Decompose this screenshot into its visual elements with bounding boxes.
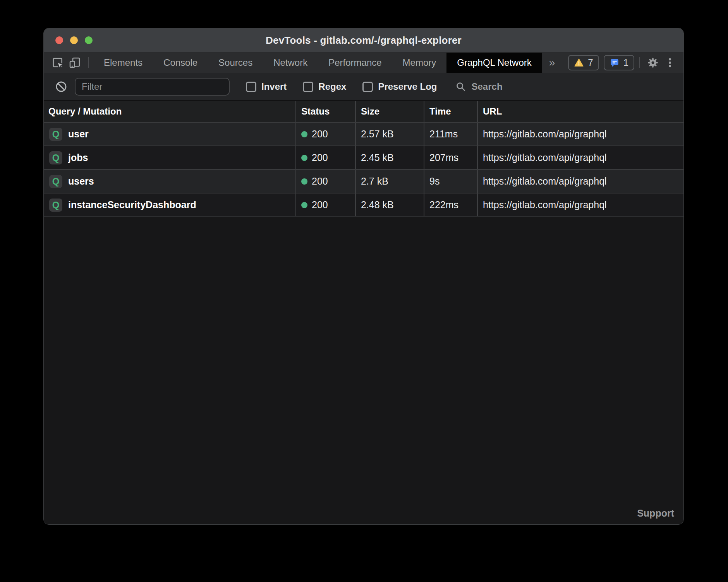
status-code: 200 xyxy=(312,176,328,187)
query-type-badge: Q xyxy=(49,151,62,164)
request-time: 9s xyxy=(424,170,478,193)
filter-toolbar: Invert Regex Preserve Log Search xyxy=(44,73,683,100)
preserve-log-checkbox-group: Preserve Log xyxy=(362,81,437,92)
tab-performance[interactable]: Performance xyxy=(318,53,392,73)
badge-divider xyxy=(639,57,640,68)
regex-checkbox[interactable] xyxy=(303,82,313,92)
close-button[interactable] xyxy=(55,36,63,44)
block-icon xyxy=(55,80,67,93)
request-url: https://gitlab.com/api/graphql xyxy=(478,146,683,169)
message-icon xyxy=(610,58,620,68)
device-toolbar-button[interactable] xyxy=(67,55,82,70)
table-row[interactable]: Q user 200 2.57 kB 211ms https://gitlab.… xyxy=(44,123,683,146)
filter-input[interactable] xyxy=(75,78,230,96)
tab-network[interactable]: Network xyxy=(263,53,318,73)
preserve-log-label: Preserve Log xyxy=(378,81,437,92)
search-control[interactable]: Search xyxy=(455,81,502,92)
inspect-icon xyxy=(51,56,64,69)
tab-graphql-network[interactable]: GraphQL Network xyxy=(446,53,542,73)
inspect-element-button[interactable] xyxy=(50,55,65,70)
request-time: 211ms xyxy=(424,123,478,146)
more-tabs-button[interactable]: » xyxy=(542,56,562,69)
tab-console[interactable]: Console xyxy=(153,53,208,73)
toolbar-divider xyxy=(88,57,89,68)
request-size: 2.57 kB xyxy=(356,123,424,146)
request-size: 2.48 kB xyxy=(356,193,424,216)
request-url: https://gitlab.com/api/graphql xyxy=(478,193,683,216)
status-code: 200 xyxy=(312,199,328,211)
invert-checkbox-group: Invert xyxy=(246,81,287,92)
regex-label: Regex xyxy=(318,81,346,92)
table-row[interactable]: Q jobs 200 2.45 kB 207ms https://gitlab.… xyxy=(44,146,683,170)
traffic-lights xyxy=(55,28,93,52)
column-header-size[interactable]: Size xyxy=(356,101,424,122)
query-name: instanceSecurityDashboard xyxy=(68,199,196,211)
menu-button[interactable] xyxy=(663,55,677,70)
status-ok-dot xyxy=(301,178,307,185)
status-code: 200 xyxy=(312,152,328,163)
search-label: Search xyxy=(471,81,502,92)
request-size: 2.45 kB xyxy=(356,146,424,169)
column-header-status[interactable]: Status xyxy=(296,101,356,122)
request-url: https://gitlab.com/api/graphql xyxy=(478,170,683,193)
table-row[interactable]: Q users 200 2.7 kB 9s https://gitlab.com… xyxy=(44,170,683,193)
window-title: DevTools - gitlab.com/-/graphql-explorer xyxy=(266,34,462,46)
status-ok-dot xyxy=(301,155,307,161)
zoom-button[interactable] xyxy=(85,36,93,44)
status-ok-dot xyxy=(301,202,307,208)
kebab-menu-icon xyxy=(664,57,676,68)
issues-badge[interactable]: 1 xyxy=(604,55,634,70)
devtools-window: DevTools - gitlab.com/-/graphql-explorer… xyxy=(43,28,684,525)
tab-memory[interactable]: Memory xyxy=(392,53,447,73)
warnings-badge[interactable]: 7 xyxy=(568,55,599,70)
request-time: 222ms xyxy=(424,193,478,216)
search-icon xyxy=(455,81,466,92)
warnings-count: 7 xyxy=(588,57,593,68)
request-size: 2.7 kB xyxy=(356,170,424,193)
query-type-badge: Q xyxy=(49,199,62,212)
query-name: jobs xyxy=(68,152,88,163)
regex-checkbox-group: Regex xyxy=(303,81,346,92)
minimize-button[interactable] xyxy=(70,36,78,44)
requests-table-header: Query / Mutation Status Size Time URL xyxy=(44,100,683,123)
gear-icon xyxy=(647,56,659,69)
column-header-query-mutation[interactable]: Query / Mutation xyxy=(44,101,296,122)
devtools-tab-bar: Elements Console Sources Network Perform… xyxy=(44,53,683,73)
invert-label: Invert xyxy=(261,81,287,92)
warning-icon xyxy=(574,58,584,68)
column-header-time[interactable]: Time xyxy=(424,101,478,122)
query-type-badge: Q xyxy=(49,128,62,141)
tab-elements[interactable]: Elements xyxy=(93,53,153,73)
request-time: 207ms xyxy=(424,146,478,169)
table-row[interactable]: Q instanceSecurityDashboard 200 2.48 kB … xyxy=(44,193,683,217)
query-name: users xyxy=(68,176,94,187)
status-ok-dot xyxy=(301,131,307,137)
preserve-log-checkbox[interactable] xyxy=(362,82,373,92)
results-empty-area: Support xyxy=(44,217,683,524)
issues-count: 1 xyxy=(623,57,628,68)
support-link[interactable]: Support xyxy=(637,508,674,519)
title-bar: DevTools - gitlab.com/-/graphql-explorer xyxy=(44,28,683,53)
clear-requests-button[interactable] xyxy=(54,79,69,94)
invert-checkbox[interactable] xyxy=(246,82,256,92)
tab-sources[interactable]: Sources xyxy=(208,53,263,73)
query-name: user xyxy=(68,128,89,140)
status-code: 200 xyxy=(312,128,328,140)
settings-button[interactable] xyxy=(646,55,660,70)
query-type-badge: Q xyxy=(49,175,62,188)
column-header-url[interactable]: URL xyxy=(478,101,683,122)
request-url: https://gitlab.com/api/graphql xyxy=(478,123,683,146)
device-toolbar-icon xyxy=(68,56,81,69)
